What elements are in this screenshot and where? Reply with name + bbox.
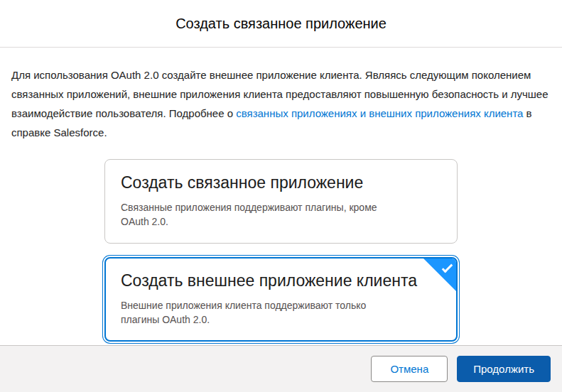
dialog-title: Создать связанное приложение [175,16,387,32]
option-card-external-client-app[interactable]: Создать внешнее приложение клиента Внешн… [104,257,458,342]
intro-paragraph: Для использования OAuth 2.0 создайте вне… [0,48,562,142]
option-card-connected-app[interactable]: Создать связанное приложение Связанные п… [104,159,458,244]
help-link[interactable]: связанных приложениях и внешних приложен… [236,107,523,119]
dialog-footer: Отмена Продолжить [0,345,562,392]
option-card-title: Создать связанное приложение [121,171,441,194]
option-card-description: Внешние приложения клиента поддерживают … [121,298,405,327]
option-card-description: Связанные приложения поддерживают плагин… [121,200,405,229]
continue-button[interactable]: Продолжить [457,356,551,382]
create-connected-app-dialog: Создать связанное приложение Для использ… [0,0,562,392]
cancel-button[interactable]: Отмена [371,356,448,382]
dialog-header: Создать связанное приложение [0,0,562,48]
option-card-title: Создать внешнее приложение клиента [121,269,441,292]
option-card-list: Создать связанное приложение Связанные п… [104,159,458,342]
